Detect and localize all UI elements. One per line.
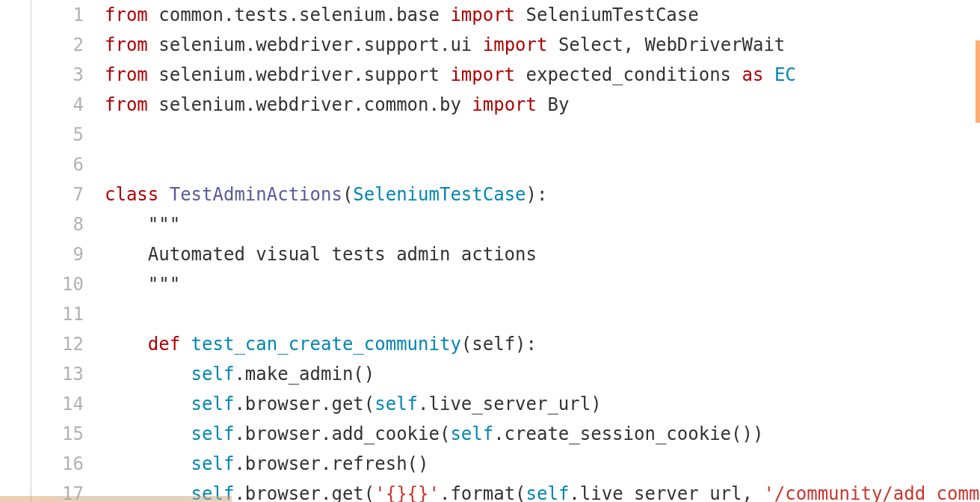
- token-kw: class: [105, 184, 158, 205]
- token-nn: [763, 64, 774, 85]
- code-editor[interactable]: 1234567891011121314151617 from common.te…: [31, 0, 980, 502]
- code-line[interactable]: [105, 299, 980, 329]
- token-kw: import: [450, 4, 515, 25]
- code-line[interactable]: from selenium.webdriver.support import e…: [105, 60, 980, 90]
- line-number: 5: [31, 120, 84, 150]
- token-kw: import: [483, 34, 548, 55]
- token-cls: TestAdminActions: [170, 184, 342, 205]
- code-line[interactable]: self.make_admin(): [105, 359, 980, 389]
- code-line[interactable]: self.browser.get('{}{}'.format(self.live…: [105, 479, 980, 502]
- token-nn: .format(: [440, 483, 526, 502]
- token-nn: (self):: [461, 334, 537, 355]
- token-ec: EC: [774, 64, 796, 85]
- token-nn: [158, 184, 169, 205]
- code-line[interactable]: def test_can_create_community(self):: [105, 329, 980, 359]
- code-line[interactable]: from selenium.webdriver.common.by import…: [105, 90, 980, 120]
- token-fn: test_can_create_community: [191, 334, 461, 355]
- token-nn: """: [105, 274, 180, 295]
- token-nn: expected_conditions: [515, 64, 742, 85]
- line-number: 11: [31, 299, 84, 329]
- line-number: 1: [31, 0, 84, 30]
- code-line[interactable]: [105, 120, 980, 150]
- token-self: self: [191, 453, 235, 474]
- token-kw: def: [148, 334, 180, 355]
- token-nn: By: [537, 94, 569, 115]
- line-number: 2: [31, 30, 84, 60]
- token-nn: .browser.add_cookie(: [234, 423, 450, 444]
- token-kw: as: [742, 64, 764, 85]
- token-nn: """: [105, 214, 180, 235]
- token-strlit: '{}{}': [375, 483, 440, 502]
- code-content[interactable]: from common.tests.selenium.base import S…: [105, 0, 980, 502]
- token-nn: .make_admin(): [234, 364, 375, 385]
- line-number: 16: [31, 449, 84, 479]
- token-kw: from: [105, 64, 148, 85]
- token-nn: selenium.webdriver.support: [148, 64, 451, 85]
- token-kw: import: [472, 94, 537, 115]
- line-number: 7: [31, 180, 84, 209]
- token-nn: [105, 334, 148, 355]
- line-number-column: 1234567891011121314151617: [31, 0, 105, 502]
- token-self: self: [191, 394, 235, 414]
- token-arg: SeleniumTestCase: [353, 184, 526, 205]
- token-nn: .browser.refresh(): [234, 453, 428, 474]
- file-gutter: [0, 0, 31, 502]
- code-line[interactable]: self.browser.refresh(): [105, 449, 980, 479]
- token-nn: (: [342, 184, 353, 205]
- token-self: self: [526, 483, 570, 502]
- line-number: 13: [31, 359, 84, 389]
- token-nn: .browser.get(: [234, 483, 375, 502]
- line-number: 15: [31, 419, 84, 449]
- token-nn: Automated visual tests admin actions: [105, 244, 537, 265]
- line-number: 8: [31, 209, 84, 239]
- token-nn: [105, 394, 191, 414]
- line-number: 12: [31, 329, 84, 359]
- token-nn: [180, 334, 191, 355]
- code-line[interactable]: self.browser.get(self.live_server_url): [105, 389, 980, 419]
- token-nn: selenium.webdriver.support.ui: [148, 34, 483, 55]
- token-nn: .live_server_url): [418, 394, 602, 414]
- line-number: 9: [31, 239, 84, 269]
- token-kw: from: [105, 94, 148, 115]
- token-nn: selenium.webdriver.common.by: [148, 94, 472, 115]
- code-line[interactable]: from selenium.webdriver.support.ui impor…: [105, 30, 980, 60]
- minimap-marker: [976, 40, 980, 123]
- code-line[interactable]: Automated visual tests admin actions: [105, 239, 980, 269]
- line-number: 4: [31, 90, 84, 120]
- token-kw: import: [450, 64, 515, 85]
- code-line[interactable]: from common.tests.selenium.base import S…: [105, 0, 980, 30]
- token-self: self: [191, 423, 235, 444]
- line-number: 6: [31, 150, 84, 180]
- horizontal-scrollbar[interactable]: [0, 496, 232, 502]
- code-line[interactable]: """: [105, 269, 980, 299]
- token-nn: .create_session_cookie()): [493, 423, 763, 444]
- token-self: self: [375, 394, 418, 414]
- token-nn: [105, 364, 191, 385]
- token-self: self: [450, 423, 493, 444]
- token-nn: Select, WebDriverWait: [547, 34, 785, 55]
- code-line[interactable]: self.browser.add_cookie(self.create_sess…: [105, 419, 980, 449]
- token-nn: [105, 453, 191, 474]
- token-nn: [105, 423, 191, 444]
- code-line[interactable]: [105, 150, 980, 180]
- token-nn: SeleniumTestCase: [515, 4, 699, 25]
- line-number: 14: [31, 389, 84, 419]
- token-nn: .browser.get(: [234, 394, 375, 414]
- code-line[interactable]: """: [105, 209, 980, 239]
- token-kw: from: [105, 4, 148, 25]
- token-kw: from: [105, 34, 148, 55]
- token-nn: ):: [526, 184, 548, 205]
- line-number: 3: [31, 60, 84, 90]
- code-line[interactable]: class TestAdminActions(SeleniumTestCase)…: [105, 180, 980, 209]
- token-nn: .live_server_url,: [569, 483, 763, 502]
- token-self: self: [191, 364, 235, 385]
- line-number: 10: [31, 269, 84, 299]
- token-nn: common.tests.selenium.base: [148, 4, 451, 25]
- token-strlit: '/community/add_commu: [763, 483, 980, 502]
